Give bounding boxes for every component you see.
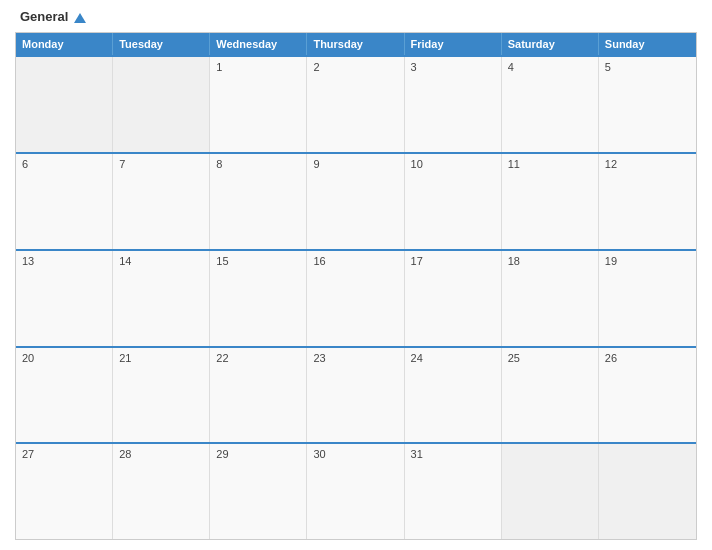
day-cell: 29 [210, 444, 307, 539]
day-cell [599, 444, 696, 539]
page-wrapper: General Monday Tuesday Wednesday Thursda… [0, 0, 712, 550]
day-number: 13 [22, 255, 34, 267]
day-number: 24 [411, 352, 423, 364]
day-cell: 23 [307, 348, 404, 443]
day-cell [16, 57, 113, 152]
day-cell [502, 444, 599, 539]
day-number: 14 [119, 255, 131, 267]
week-row-2: 6789101112 [16, 152, 696, 249]
day-number: 17 [411, 255, 423, 267]
logo-triangle-icon [74, 13, 86, 23]
day-header-sunday: Sunday [599, 33, 696, 55]
day-cell: 8 [210, 154, 307, 249]
day-cell: 5 [599, 57, 696, 152]
day-number: 2 [313, 61, 319, 73]
week-row-1: 12345 [16, 55, 696, 152]
day-cell: 11 [502, 154, 599, 249]
day-number: 15 [216, 255, 228, 267]
day-cell: 20 [16, 348, 113, 443]
day-header-monday: Monday [16, 33, 113, 55]
calendar: Monday Tuesday Wednesday Thursday Friday… [15, 32, 697, 540]
day-cell: 30 [307, 444, 404, 539]
day-number: 3 [411, 61, 417, 73]
day-headers-row: Monday Tuesday Wednesday Thursday Friday… [16, 33, 696, 55]
weeks-container: 1234567891011121314151617181920212223242… [16, 55, 696, 539]
week-row-4: 20212223242526 [16, 346, 696, 443]
day-cell: 21 [113, 348, 210, 443]
week-row-5: 2728293031 [16, 442, 696, 539]
day-cell: 15 [210, 251, 307, 346]
day-cell: 17 [405, 251, 502, 346]
day-number: 19 [605, 255, 617, 267]
day-header-wednesday: Wednesday [210, 33, 307, 55]
day-cell: 1 [210, 57, 307, 152]
day-number: 31 [411, 448, 423, 460]
day-number: 21 [119, 352, 131, 364]
day-header-thursday: Thursday [307, 33, 404, 55]
day-cell: 13 [16, 251, 113, 346]
header: General [15, 10, 697, 24]
day-cell: 14 [113, 251, 210, 346]
day-cell: 26 [599, 348, 696, 443]
day-cell: 28 [113, 444, 210, 539]
day-cell: 22 [210, 348, 307, 443]
day-header-friday: Friday [405, 33, 502, 55]
day-number: 23 [313, 352, 325, 364]
day-number: 25 [508, 352, 520, 364]
day-cell: 24 [405, 348, 502, 443]
day-number: 22 [216, 352, 228, 364]
day-cell: 10 [405, 154, 502, 249]
day-number: 27 [22, 448, 34, 460]
day-number: 28 [119, 448, 131, 460]
day-number: 9 [313, 158, 319, 170]
day-cell: 6 [16, 154, 113, 249]
day-number: 12 [605, 158, 617, 170]
week-row-3: 13141516171819 [16, 249, 696, 346]
logo: General [20, 10, 86, 24]
day-number: 18 [508, 255, 520, 267]
day-header-tuesday: Tuesday [113, 33, 210, 55]
day-number: 4 [508, 61, 514, 73]
day-number: 10 [411, 158, 423, 170]
day-cell: 27 [16, 444, 113, 539]
day-header-saturday: Saturday [502, 33, 599, 55]
day-cell: 3 [405, 57, 502, 152]
day-cell [113, 57, 210, 152]
day-cell: 7 [113, 154, 210, 249]
day-number: 20 [22, 352, 34, 364]
day-number: 7 [119, 158, 125, 170]
day-number: 5 [605, 61, 611, 73]
day-cell: 31 [405, 444, 502, 539]
day-cell: 18 [502, 251, 599, 346]
day-number: 29 [216, 448, 228, 460]
day-cell: 9 [307, 154, 404, 249]
logo-general-text: General [20, 10, 86, 24]
day-number: 16 [313, 255, 325, 267]
day-number: 30 [313, 448, 325, 460]
day-number: 8 [216, 158, 222, 170]
day-cell: 25 [502, 348, 599, 443]
day-cell: 2 [307, 57, 404, 152]
day-cell: 12 [599, 154, 696, 249]
day-number: 26 [605, 352, 617, 364]
day-number: 6 [22, 158, 28, 170]
day-cell: 4 [502, 57, 599, 152]
day-cell: 19 [599, 251, 696, 346]
day-number: 11 [508, 158, 520, 170]
day-cell: 16 [307, 251, 404, 346]
day-number: 1 [216, 61, 222, 73]
